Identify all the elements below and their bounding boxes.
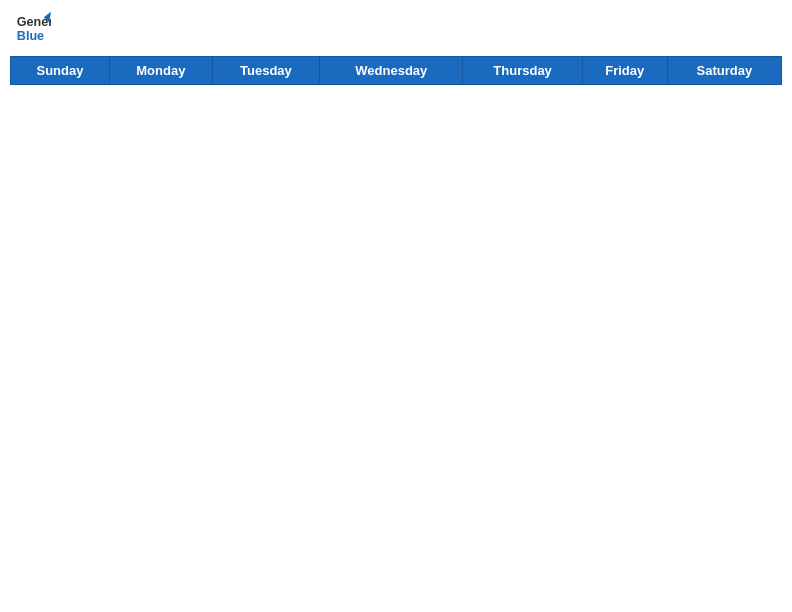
header: General Blue <box>10 10 782 46</box>
calendar-day-header: Wednesday <box>320 57 463 85</box>
calendar-day-header: Friday <box>582 57 667 85</box>
calendar-day-header: Sunday <box>11 57 110 85</box>
calendar-day-header: Saturday <box>667 57 781 85</box>
calendar-day-header: Thursday <box>463 57 582 85</box>
calendar-day-header: Monday <box>109 57 212 85</box>
svg-text:Blue: Blue <box>17 29 44 43</box>
logo: General Blue <box>15 10 51 46</box>
page: General Blue SundayMondayTuesdayWednesda… <box>0 0 792 95</box>
calendar-day-header: Tuesday <box>212 57 319 85</box>
calendar-header-row: SundayMondayTuesdayWednesdayThursdayFrid… <box>11 57 782 85</box>
logo-icon: General Blue <box>15 10 51 46</box>
calendar-table: SundayMondayTuesdayWednesdayThursdayFrid… <box>10 56 782 85</box>
